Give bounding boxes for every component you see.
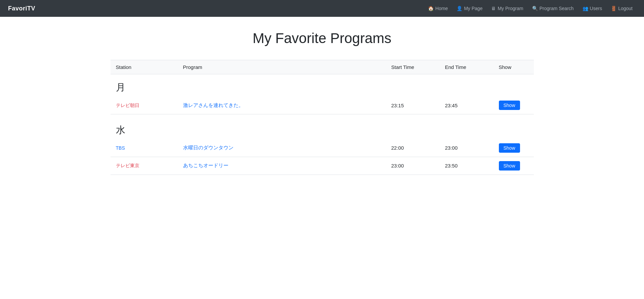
show-cell: Show <box>493 97 534 114</box>
col-header-show: Show <box>493 60 534 74</box>
station-cell: テレビ朝日 <box>111 97 178 114</box>
end-time-cell: 23:45 <box>440 97 493 114</box>
show-cell: Show <box>493 139 534 157</box>
station-link[interactable]: テレビ東京 <box>116 163 139 168</box>
nav-logout[interactable]: 🚪 Logout <box>607 4 636 13</box>
show-button[interactable]: Show <box>499 143 520 153</box>
station-cell: TBS <box>111 139 178 157</box>
program-link[interactable]: 激レアさんを連れてきた。 <box>183 102 244 108</box>
nav-my-page[interactable]: 👤 My Page <box>453 4 486 13</box>
station-link[interactable]: テレビ朝日 <box>116 103 139 108</box>
nav-users[interactable]: 👥 Users <box>579 4 606 13</box>
end-time-cell: 23:50 <box>440 157 493 175</box>
table-header-row: Station Program Start Time End Time Show <box>111 60 534 74</box>
table-row: TBS 水曜日のダウンタウン 22:00 23:00 Show <box>111 139 534 157</box>
day-group-wed: 水 <box>111 117 534 139</box>
separator-row <box>111 114 534 117</box>
day-group-mon: 月 <box>111 74 534 97</box>
station-link[interactable]: TBS <box>116 145 125 151</box>
monitor-icon: 🖥 <box>491 6 496 11</box>
table-header: Station Program Start Time End Time Show <box>111 60 534 74</box>
station-cell: テレビ東京 <box>111 157 178 175</box>
home-icon: 🏠 <box>428 6 434 11</box>
nav-links: 🏠 Home 👤 My Page 🖥 My Program 🔍 Program … <box>425 4 636 13</box>
nav-program-search[interactable]: 🔍 Program Search <box>529 4 577 13</box>
start-time-cell: 23:15 <box>386 97 440 114</box>
main-content: My Favorite Programs Station Program Sta… <box>104 17 541 188</box>
col-header-start-time: Start Time <box>386 60 440 74</box>
user-icon: 👤 <box>457 6 462 11</box>
program-link[interactable]: あちこちオードリー <box>183 162 228 168</box>
program-cell: 激レアさんを連れてきた。 <box>178 97 386 114</box>
program-link[interactable]: 水曜日のダウンタウン <box>183 145 233 150</box>
users-icon: 👥 <box>583 6 588 11</box>
show-cell: Show <box>493 157 534 175</box>
programs-table: Station Program Start Time End Time Show… <box>111 60 534 175</box>
nav-my-program[interactable]: 🖥 My Program <box>488 4 526 13</box>
day-label-mon: 月 <box>111 74 534 97</box>
table-row: テレビ朝日 激レアさんを連れてきた。 23:15 23:45 Show <box>111 97 534 114</box>
col-header-station: Station <box>111 60 178 74</box>
start-time-cell: 22:00 <box>386 139 440 157</box>
brand-logo: FavoriTV <box>8 5 35 12</box>
col-header-end-time: End Time <box>440 60 493 74</box>
program-cell: あちこちオードリー <box>178 157 386 175</box>
end-time-cell: 23:00 <box>440 139 493 157</box>
day-label-wed: 水 <box>111 117 534 139</box>
logout-icon: 🚪 <box>611 6 616 11</box>
program-cell: 水曜日のダウンタウン <box>178 139 386 157</box>
col-header-program: Program <box>178 60 386 74</box>
start-time-cell: 23:00 <box>386 157 440 175</box>
page-title: My Favorite Programs <box>111 30 534 46</box>
nav-home[interactable]: 🏠 Home <box>425 4 451 13</box>
table-body: 月 テレビ朝日 激レアさんを連れてきた。 23:15 23:45 Show <box>111 74 534 175</box>
show-button[interactable]: Show <box>499 101 520 110</box>
table-row: テレビ東京 あちこちオードリー 23:00 23:50 Show <box>111 157 534 175</box>
navbar: FavoriTV 🏠 Home 👤 My Page 🖥 My Program 🔍… <box>0 0 644 17</box>
search-icon: 🔍 <box>532 6 538 11</box>
show-button[interactable]: Show <box>499 161 520 171</box>
